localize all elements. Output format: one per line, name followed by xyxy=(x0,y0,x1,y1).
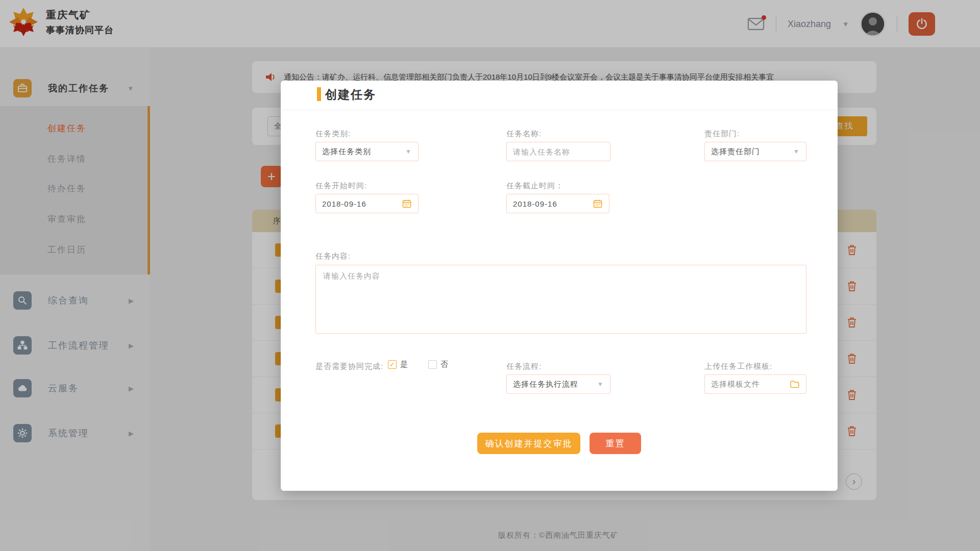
chevron-down-icon: ▼ xyxy=(597,381,604,388)
end-date-input[interactable]: 2018-09-16 xyxy=(506,194,609,213)
app-root: 重庆气矿 事事清协同平台 Xiaozhang ▼ xyxy=(0,0,980,551)
collaborative-label: 是否需要协同完成: xyxy=(315,362,383,371)
template-file-picker[interactable]: 选择模板文件 xyxy=(704,374,806,394)
task-category-value: 选择任务类别 xyxy=(322,147,371,157)
start-date-input[interactable]: 2018-09-16 xyxy=(315,194,419,213)
department-value: 选择责任部门 xyxy=(711,147,760,157)
modal-header: 创建任务 xyxy=(281,81,838,110)
checkbox-checked-icon: ✓ xyxy=(388,360,397,369)
template-file-value: 选择模板文件 xyxy=(711,380,760,389)
task-name-input[interactable] xyxy=(506,142,610,161)
task-name-label: 任务名称: xyxy=(506,129,542,139)
department-label: 责任部门: xyxy=(704,129,740,139)
checkbox-unchecked-icon xyxy=(428,360,437,369)
reset-button[interactable]: 重置 xyxy=(590,433,641,454)
department-select[interactable]: 选择责任部门 ▼ xyxy=(704,142,806,161)
confirm-submit-button[interactable]: 确认创建并提交审批 xyxy=(477,433,580,454)
collaborative-no-checkbox[interactable]: 否 xyxy=(428,360,448,369)
end-time-label: 任务截止时间： xyxy=(506,181,564,191)
upload-template-label: 上传任务工作模板: xyxy=(704,362,772,371)
start-date-value: 2018-09-16 xyxy=(322,199,366,208)
end-date-value: 2018-09-16 xyxy=(513,199,557,208)
modal-title: 创建任务 xyxy=(325,87,376,103)
chevron-down-icon: ▼ xyxy=(405,148,412,155)
title-accent-bar xyxy=(317,87,321,101)
task-flow-label: 任务流程: xyxy=(506,362,542,371)
task-content-label: 任务内容: xyxy=(315,252,351,261)
task-category-label: 任务类别: xyxy=(315,129,351,139)
chevron-down-icon: ▼ xyxy=(793,148,800,155)
calendar-icon xyxy=(593,198,603,209)
create-task-modal: 创建任务 任务类别: 选择任务类别 ▼ 任务名称: 责任部门: 选择责任部门 ▼… xyxy=(281,81,838,491)
task-category-select[interactable]: 选择任务类别 ▼ xyxy=(315,142,419,161)
task-flow-value: 选择任务执行流程 xyxy=(513,380,578,389)
task-flow-select[interactable]: 选择任务执行流程 ▼ xyxy=(506,374,610,394)
folder-icon xyxy=(790,380,800,389)
collaborative-yes-checkbox[interactable]: ✓ 是 xyxy=(388,360,408,369)
collaborative-yes-label: 是 xyxy=(400,360,408,369)
collaborative-no-label: 否 xyxy=(440,360,448,369)
start-time-label: 任务开始时间: xyxy=(315,181,367,191)
calendar-icon xyxy=(402,198,412,209)
task-content-textarea[interactable] xyxy=(315,265,806,334)
